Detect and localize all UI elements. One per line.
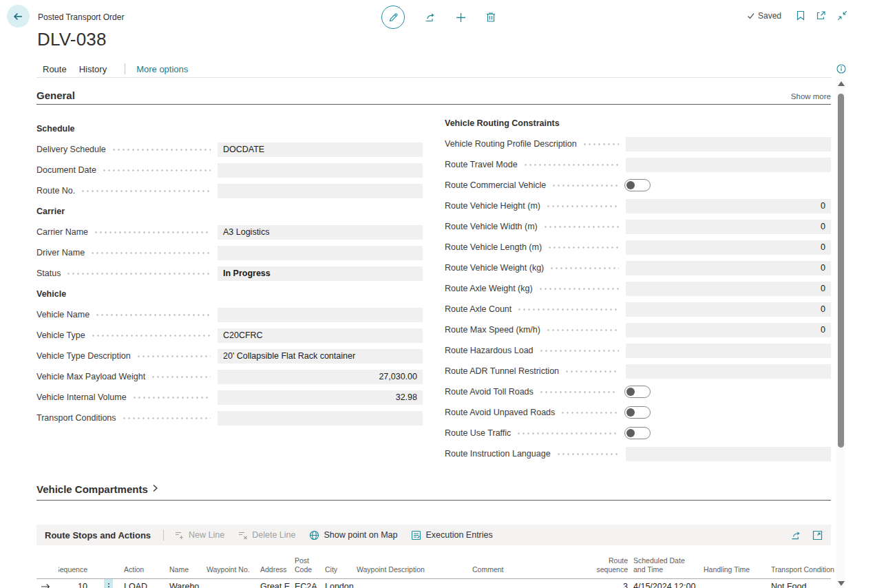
field-group-carrier: Carrier (36, 201, 423, 222)
col-header-scheduled-date-time[interactable]: Scheduled Date and Time (631, 547, 701, 578)
route-no-field[interactable] (218, 184, 423, 198)
route-max-speed-km-h-field[interactable]: 0 (626, 323, 831, 337)
cell-post-code[interactable]: EC2A ... (292, 579, 322, 588)
cell-waypoint-description[interactable] (354, 579, 470, 588)
field-label-carrier-name: Carrier Name (36, 227, 88, 237)
col-header-handling-time[interactable]: Handling Time (701, 547, 768, 578)
route-stops-section: Route Stops and Actions New LineDelete L… (36, 525, 831, 588)
col-header-waypoint-no[interactable]: Waypoint No. (204, 547, 257, 578)
transport-conditions-field[interactable] (218, 411, 423, 426)
execution-entries-button[interactable]: Execution Entries (411, 530, 492, 540)
field-label-route-vehicle-height-m: Route Vehicle Height (m) (445, 201, 540, 211)
dotted-leader (556, 453, 619, 455)
cell-action[interactable]: LOAD (121, 579, 167, 588)
cell-transport-conditions[interactable]: Not Food (768, 579, 834, 588)
col-header-comment[interactable]: Comment (470, 547, 595, 578)
scrollbar-down-arrow[interactable] (838, 581, 845, 586)
route-avoid-toll-roads-toggle[interactable] (624, 386, 651, 398)
route-avoid-unpaved-roads-toggle[interactable] (624, 406, 651, 419)
vehicle-compartments-header[interactable]: Vehicle Compartments (36, 483, 831, 501)
field-label-route-vehicle-weight-kg: Route Vehicle Weight (kg) (445, 263, 544, 273)
col-header-action[interactable]: Action (121, 547, 167, 578)
show-more-link[interactable]: Show more (791, 92, 831, 101)
tab-history[interactable]: History (79, 64, 107, 74)
toggle-knob (626, 408, 635, 417)
field-label-route-vehicle-length-m: Route Vehicle Length (m) (445, 242, 542, 252)
status-field[interactable]: In Progress (218, 266, 423, 281)
col-header-waypoint-description[interactable]: Waypoint Description (354, 547, 470, 578)
route-axle-weight-kg-field[interactable]: 0 (626, 282, 831, 296)
dotted-leader (560, 412, 618, 414)
col-header-name[interactable]: Name (167, 547, 204, 578)
vehicle-type-description-field[interactable]: 20' Collapsible Flat Rack container (218, 349, 423, 364)
grid-share-button[interactable] (790, 530, 801, 540)
delete-button[interactable] (486, 12, 496, 23)
carrier-name-field[interactable]: A3 Logistics (218, 225, 423, 240)
back-button[interactable] (7, 5, 30, 28)
edit-button[interactable] (381, 6, 405, 29)
share-button[interactable] (424, 12, 436, 23)
route-travel-mode-field[interactable] (626, 158, 831, 172)
field-label-route-commercial-vehicle: Route Commercial Vehicle (445, 180, 546, 190)
grid-open-in-window-button[interactable] (812, 530, 823, 540)
cell-name[interactable]: Wareho... (167, 579, 204, 588)
vehicle-compartments-title: Vehicle Compartments (36, 483, 148, 495)
open-in-window-button[interactable] (816, 10, 826, 21)
field-label-route-use-traffic: Route Use Traffic (445, 428, 511, 438)
more-options-button[interactable]: More options (136, 64, 188, 74)
cell-comment[interactable] (470, 579, 595, 588)
field-label-route-avoid-toll-roads: Route Avoid Toll Roads (445, 387, 534, 397)
document-date-field[interactable] (218, 163, 423, 178)
field-row-carrier-name: Carrier NameA3 Logistics (36, 222, 423, 242)
check-icon (747, 12, 755, 20)
col-header-route-sequence[interactable]: Route sequence (595, 547, 631, 578)
info-button[interactable] (836, 64, 846, 76)
route-axle-count-field[interactable]: 0 (626, 302, 831, 317)
show-point-on-map-button[interactable]: Show point on Map (309, 530, 397, 540)
route-vehicle-weight-kg-field[interactable]: 0 (626, 261, 831, 275)
new-button[interactable] (455, 12, 467, 23)
cell-city[interactable]: London (322, 579, 354, 588)
route-commercial-vehicle-toggle[interactable] (624, 179, 651, 191)
arrow-left-icon (12, 11, 24, 22)
scrollbar-thumb[interactable] (838, 94, 844, 448)
route-vehicle-width-m-field[interactable]: 0 (626, 220, 831, 234)
cell-waypoint-no[interactable] (204, 579, 257, 588)
cell-sequence[interactable]: 10 (59, 579, 90, 588)
vehicle-type-field[interactable]: C20CFRC (218, 328, 423, 343)
col-header-address[interactable]: Address (257, 547, 292, 578)
collapse-button[interactable] (837, 10, 847, 21)
field-row-vehicle-internal-volume: Vehicle Internal Volume32.98 (36, 387, 423, 408)
route-instruction-language-field[interactable] (626, 447, 831, 461)
col-header-sequence[interactable]: Sequence (59, 547, 90, 578)
button-label: Show point on Map (324, 530, 397, 540)
cell-handling-time[interactable] (701, 579, 768, 588)
vertical-scrollbar[interactable] (836, 78, 845, 588)
vehicle-internal-volume-field[interactable]: 32.98 (218, 390, 423, 405)
button-label: New Line (189, 530, 224, 540)
route-use-traffic-toggle[interactable] (624, 427, 651, 439)
col-header-post-code[interactable]: Post Code (292, 547, 322, 578)
col-header-city[interactable]: City (322, 547, 354, 578)
route-vehicle-length-m-field[interactable]: 0 (626, 240, 831, 255)
grid-header-row: SequenceActionNameWaypoint No.AddressPos… (36, 547, 831, 579)
pencil-icon (388, 12, 399, 23)
cell-route-sequence[interactable]: 3 (595, 579, 631, 588)
vehicle-routing-profile-description-field[interactable] (626, 137, 831, 151)
row-menu-button[interactable] (104, 579, 113, 588)
field-label-route-axle-weight-kg: Route Axle Weight (kg) (445, 284, 533, 293)
dotted-leader (122, 417, 211, 419)
vehicle-name-field[interactable] (218, 308, 423, 322)
tab-route[interactable]: Route (43, 64, 67, 74)
driver-name-field[interactable] (218, 246, 423, 260)
cell-address[interactable]: Great E... (257, 579, 292, 588)
route-vehicle-height-m-field[interactable]: 0 (626, 199, 831, 213)
vehicle-max-payload-weight-field[interactable]: 27,030.00 (218, 370, 423, 384)
route-hazardous-load-field[interactable] (626, 344, 831, 358)
scrollbar-up-arrow[interactable] (838, 81, 845, 86)
col-header-transport-conditions[interactable]: Transport Conditions (768, 547, 834, 578)
bookmark-button[interactable] (797, 10, 805, 21)
delivery-schedule-field[interactable]: DOCDATE (218, 143, 423, 157)
cell-scheduled-date-time[interactable]: 4/15/2024 12:00 ... (631, 579, 701, 588)
route-adr-tunnel-restriction-field[interactable] (626, 364, 831, 379)
